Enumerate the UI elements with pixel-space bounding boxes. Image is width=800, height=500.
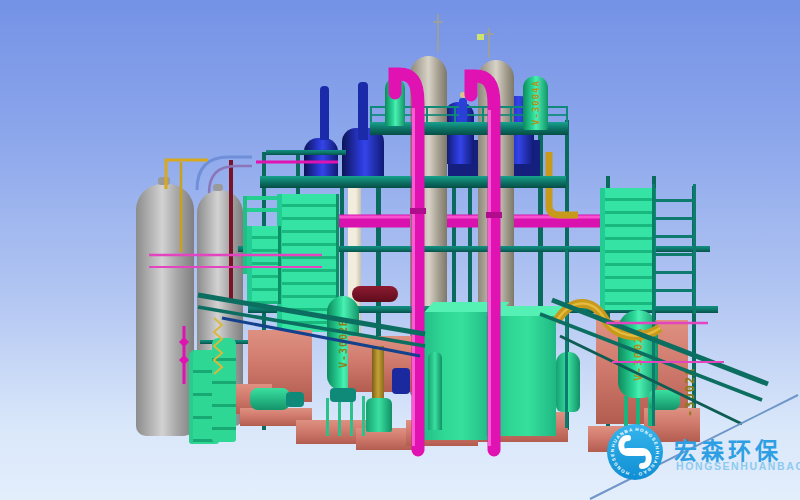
- frame-beam: [266, 150, 346, 155]
- frame-column-front: [565, 250, 568, 428]
- plate-heat-exchanger-right: [600, 188, 656, 310]
- vertical-pump: [428, 352, 442, 430]
- support-leg: [362, 396, 365, 436]
- gold-column: [372, 346, 384, 402]
- tank-nozzle: [213, 184, 223, 191]
- blue-column: [320, 86, 329, 140]
- vessel-v3004a-label: V-3004A: [523, 76, 548, 130]
- logo-circle-icon: HONGSENHUANBAO · HONGSENHUANBAO ·: [606, 423, 664, 481]
- support-leg: [326, 398, 329, 436]
- pump: [250, 388, 290, 410]
- frame-column-front: [652, 250, 655, 426]
- blue-column: [358, 82, 368, 140]
- frame-column: [340, 176, 344, 302]
- pump-motor: [286, 392, 304, 407]
- filter-column: [212, 338, 236, 442]
- worker-head: [460, 92, 466, 98]
- vertical-pump: [556, 352, 580, 412]
- support-leg: [338, 396, 341, 436]
- pump-body: [330, 388, 356, 402]
- green-cylinder-top: [385, 78, 405, 126]
- green-box-tank-2: [486, 316, 556, 436]
- plant-3d-render: V-3004A V-3002B V-3002A -3002A: [0, 0, 800, 500]
- tank-nozzle: [158, 177, 170, 185]
- vertical-pump: [366, 398, 392, 432]
- right-frame-ladder: [652, 184, 696, 314]
- support-leg: [350, 398, 353, 436]
- logo-name-en: HONGSENHUANBAO: [676, 460, 800, 472]
- storage-tank-left-1: [136, 184, 194, 436]
- plate-heat-exchanger-small: [247, 226, 281, 304]
- worker-figure: [459, 98, 467, 122]
- mid-platform: [260, 176, 566, 188]
- logo: HONGSENHUANBAO · HONGSENHUANBAO · 宏森环保 H…: [606, 420, 800, 498]
- blue-pump-motor: [392, 368, 410, 394]
- vessel-v3004a: V-3004A: [523, 76, 548, 130]
